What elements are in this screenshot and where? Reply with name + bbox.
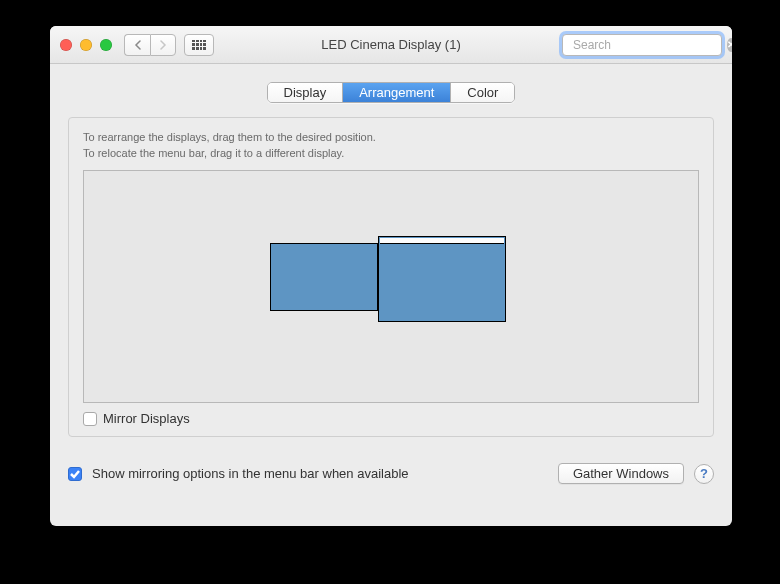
tab-arrangement[interactable]: Arrangement bbox=[343, 83, 451, 102]
search-input[interactable] bbox=[573, 38, 723, 52]
chevron-right-icon bbox=[159, 40, 167, 50]
instructions: To rearrange the displays, drag them to … bbox=[83, 130, 699, 162]
arrangement-panel: To rearrange the displays, drag them to … bbox=[68, 117, 714, 437]
tab-color[interactable]: Color bbox=[451, 83, 514, 102]
instruction-line: To rearrange the displays, drag them to … bbox=[83, 130, 699, 146]
forward-button[interactable] bbox=[150, 34, 176, 56]
display-arrangement-area[interactable] bbox=[83, 170, 699, 403]
secondary-display[interactable] bbox=[270, 243, 378, 311]
grid-icon bbox=[192, 40, 206, 50]
window-body: Display Arrangement Color To rearrange t… bbox=[50, 64, 732, 498]
show-mirroring-label: Show mirroring options in the menu bar w… bbox=[92, 466, 409, 481]
mirror-displays-label: Mirror Displays bbox=[103, 411, 190, 426]
zoom-icon[interactable] bbox=[100, 39, 112, 51]
menu-bar-indicator[interactable] bbox=[380, 238, 504, 244]
window-controls bbox=[60, 39, 112, 51]
preferences-window: LED Cinema Display (1) ✕ Display Arrange… bbox=[50, 26, 732, 526]
show-all-button[interactable] bbox=[184, 34, 214, 56]
mirror-displays-checkbox[interactable] bbox=[83, 412, 97, 426]
minimize-icon[interactable] bbox=[80, 39, 92, 51]
tabs: Display Arrangement Color bbox=[68, 82, 714, 103]
clear-search-button[interactable]: ✕ bbox=[727, 38, 732, 52]
back-button[interactable] bbox=[124, 34, 150, 56]
show-mirroring-checkbox[interactable] bbox=[68, 467, 82, 481]
help-button[interactable]: ? bbox=[694, 464, 714, 484]
nav-buttons bbox=[124, 34, 176, 56]
close-icon[interactable] bbox=[60, 39, 72, 51]
primary-display[interactable] bbox=[378, 236, 506, 322]
search-field[interactable]: ✕ bbox=[562, 34, 722, 56]
footer: Show mirroring options in the menu bar w… bbox=[68, 463, 714, 484]
tab-display[interactable]: Display bbox=[268, 83, 344, 102]
gather-windows-button[interactable]: Gather Windows bbox=[558, 463, 684, 484]
chevron-left-icon bbox=[134, 40, 142, 50]
mirror-displays-row: Mirror Displays bbox=[83, 411, 699, 426]
instruction-line: To relocate the menu bar, drag it to a d… bbox=[83, 146, 699, 162]
titlebar: LED Cinema Display (1) ✕ bbox=[50, 26, 732, 64]
